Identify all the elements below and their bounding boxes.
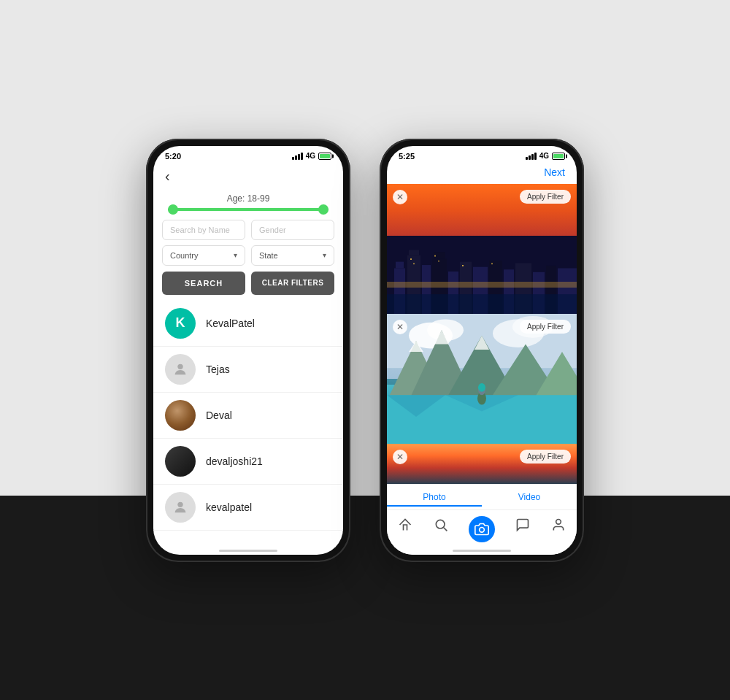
svg-rect-19 <box>387 294 577 314</box>
phone2-status-bar: 5:25 4G <box>387 146 577 164</box>
phone2-battery-icon <box>552 153 565 160</box>
phone2-signal-icon <box>526 153 537 160</box>
user-item-tejas[interactable]: Tejas <box>153 347 343 393</box>
svg-point-0 <box>177 364 182 369</box>
svg-rect-24 <box>462 265 464 266</box>
name-gender-row: Search by Name Gender <box>162 220 334 240</box>
avatar-devaljoshi21 <box>165 446 196 477</box>
phone1-status-bar: 5:20 4G <box>153 146 343 164</box>
phones-container: 5:20 4G ‹ <box>146 139 584 562</box>
close-media-1[interactable]: ✕ <box>393 190 407 204</box>
country-chevron: ▾ <box>234 251 237 259</box>
home-bar-1 <box>219 550 277 552</box>
bottom-nav <box>387 510 577 550</box>
media-list: ✕ Apply Filter <box>387 184 577 484</box>
svg-point-47 <box>480 527 485 532</box>
username-deval: Deval <box>206 409 232 421</box>
country-select[interactable]: Country ▾ <box>162 245 245 266</box>
svg-rect-20 <box>410 258 412 260</box>
user-item-kevalpatel[interactable]: K KevalPatel <box>153 301 343 347</box>
age-slider[interactable] <box>168 208 328 211</box>
svg-point-1 <box>177 501 182 507</box>
phone1-content: ‹ Age: 18-99 Search by Name <box>153 164 343 555</box>
svg-point-45 <box>437 520 445 528</box>
tab-video[interactable]: Video <box>482 488 577 507</box>
back-button[interactable]: ‹ <box>153 164 343 188</box>
phone1-time: 5:20 <box>165 152 181 161</box>
phone2-status-icons: 4G <box>526 152 565 160</box>
network-label: 4G <box>306 152 315 160</box>
svg-rect-4 <box>396 261 404 268</box>
nav-home[interactable] <box>396 516 414 534</box>
nav-chat[interactable] <box>514 516 531 534</box>
photo-video-tabs: Photo Video <box>387 485 577 510</box>
avatar-deval <box>165 400 196 431</box>
apply-filter-1[interactable]: Apply Filter <box>520 190 571 204</box>
phone1-status-icons: 4G <box>292 152 331 160</box>
media-item-lake: ✕ Apply Filter <box>387 314 577 444</box>
gender-input[interactable]: Gender <box>251 220 334 240</box>
nav-search[interactable] <box>432 516 450 534</box>
svg-point-48 <box>556 519 561 524</box>
state-label: State <box>259 251 278 260</box>
user-item-devaljoshi21[interactable]: devaljoshi21 <box>153 439 343 485</box>
age-section: Age: 18-99 <box>153 188 343 214</box>
age-label: Age: 18-99 <box>165 193 331 204</box>
username-devaljoshi21: devaljoshi21 <box>206 455 263 467</box>
username-kevalpatel: KevalPatel <box>206 318 255 329</box>
slider-thumb-left[interactable] <box>168 204 178 215</box>
home-bar-2 <box>453 550 511 552</box>
svg-rect-6 <box>409 250 419 255</box>
country-label: Country <box>170 251 199 260</box>
phone2-screen: 5:25 4G Next <box>387 146 577 555</box>
username-tejas: Tejas <box>206 364 230 375</box>
action-buttons: SEARCH CLEAR FILTERS <box>153 272 343 301</box>
phone1-screen: 5:20 4G ‹ <box>153 146 343 555</box>
slider-thumb-right[interactable] <box>318 204 328 215</box>
avatar-kevalpatel: K <box>165 308 196 339</box>
tab-photo[interactable]: Photo <box>387 488 482 507</box>
phone2: 5:25 4G Next <box>380 139 584 562</box>
phone2-network-label: 4G <box>539 152 549 160</box>
filter-inputs: Search by Name Gender Country ▾ State <box>153 214 343 272</box>
state-select[interactable]: State ▾ <box>251 245 334 266</box>
phone2-time: 5:25 <box>399 152 415 161</box>
country-state-row: Country ▾ State ▾ <box>162 245 334 266</box>
media-item-city: ✕ Apply Filter <box>387 184 577 314</box>
search-name-input[interactable]: Search by Name <box>162 220 245 240</box>
svg-rect-25 <box>491 263 493 264</box>
phone2-content: Next ✕ Apply Filter <box>387 164 577 555</box>
media-item-sunset: ✕ Apply Filter <box>387 444 577 484</box>
svg-line-46 <box>444 527 447 531</box>
nav-profile[interactable] <box>550 516 567 534</box>
svg-point-44 <box>478 382 485 391</box>
svg-rect-23 <box>438 261 439 262</box>
phone2-header: Next <box>387 164 577 184</box>
nav-camera[interactable] <box>469 516 495 542</box>
user-list: K KevalPatel Tejas <box>153 301 343 550</box>
next-button[interactable]: Next <box>544 166 565 178</box>
close-media-3[interactable]: ✕ <box>393 450 407 464</box>
signal-icon <box>292 153 303 160</box>
apply-filter-3[interactable]: Apply Filter <box>520 450 571 464</box>
phone2-bottom: Photo Video <box>387 484 577 555</box>
phone1: 5:20 4G ‹ <box>146 139 350 562</box>
avatar-kevalpatel2 <box>165 492 196 523</box>
svg-rect-21 <box>413 263 415 264</box>
state-chevron: ▾ <box>323 251 326 259</box>
apply-filter-2[interactable]: Apply Filter <box>520 320 571 334</box>
avatar-tejas <box>165 354 196 385</box>
clear-filters-button[interactable]: CLEAR FILTERS <box>251 272 334 295</box>
battery-icon <box>318 153 331 160</box>
search-button[interactable]: SEARCH <box>162 272 245 295</box>
user-item-kevalpatel2[interactable]: kevalpatel <box>153 485 343 531</box>
username-kevalpatel2: kevalpatel <box>206 501 252 513</box>
close-media-2[interactable]: ✕ <box>393 320 407 334</box>
svg-rect-22 <box>434 255 436 256</box>
user-item-deval[interactable]: Deval <box>153 393 343 439</box>
